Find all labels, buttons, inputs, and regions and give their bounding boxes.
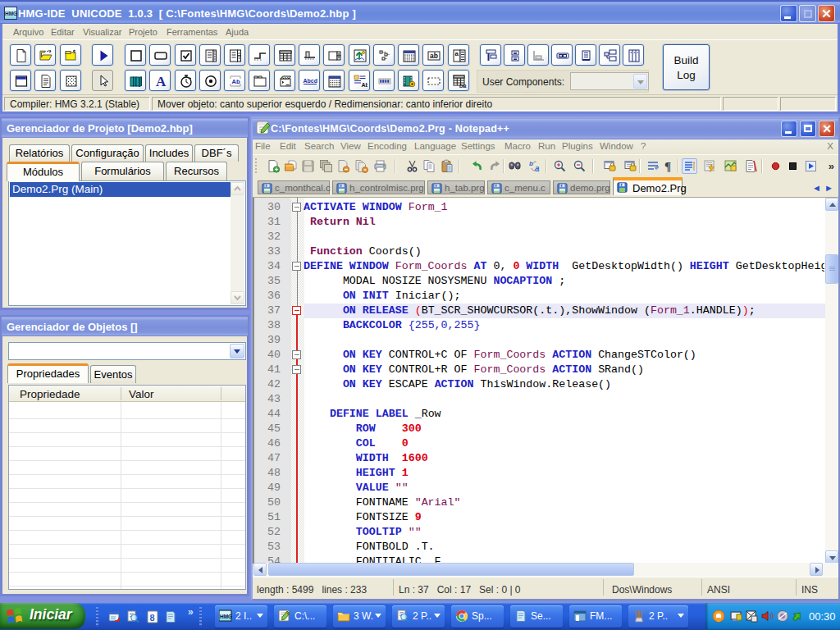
svg-text:Ab: Ab <box>232 78 240 85</box>
svg-text:Ab: Ab <box>362 82 368 88</box>
svg-text:DB: DB <box>459 84 467 89</box>
svg-text:HMG: HMG <box>220 614 232 619</box>
svg-text:8: 8 <box>150 613 155 623</box>
svg-text:a: a <box>455 50 459 57</box>
svg-text:a: a <box>535 164 540 173</box>
svg-text:Abcd: Abcd <box>304 78 318 84</box>
svg-text:A: A <box>156 74 167 89</box>
svg-text:¶: ¶ <box>664 160 671 173</box>
svg-text:ab: ab <box>430 52 438 60</box>
